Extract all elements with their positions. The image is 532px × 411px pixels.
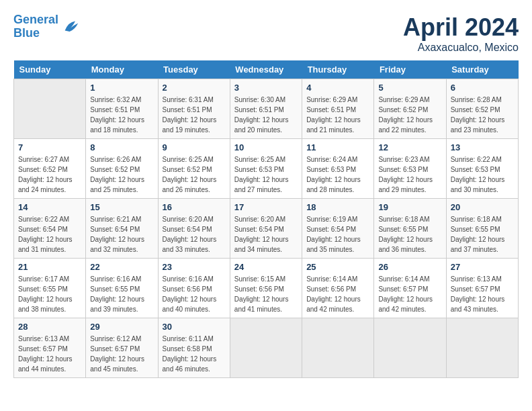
col-sunday: Sunday bbox=[14, 60, 86, 79]
table-cell: 14 Sunrise: 6:22 AM Sunset: 6:54 PM Dayl… bbox=[14, 199, 86, 259]
table-cell: 11 Sunrise: 6:24 AM Sunset: 6:53 PM Dayl… bbox=[302, 139, 374, 199]
logo-blue: Blue bbox=[13, 26, 40, 40]
day-info: Sunrise: 6:26 AM Sunset: 6:52 PM Dayligh… bbox=[90, 154, 153, 195]
sunrise: Sunrise: 6:16 AM bbox=[90, 275, 141, 283]
table-row: 14 Sunrise: 6:22 AM Sunset: 6:54 PM Dayl… bbox=[14, 199, 519, 259]
day-number: 24 bbox=[234, 262, 298, 272]
sunrise: Sunrise: 6:23 AM bbox=[378, 156, 429, 163]
daylight: Daylight: 12 hours and 20 minutes. bbox=[234, 116, 289, 134]
col-wednesday: Wednesday bbox=[230, 60, 302, 79]
daylight: Daylight: 12 hours and 32 minutes. bbox=[90, 236, 144, 253]
day-number: 12 bbox=[378, 142, 441, 152]
table-row: 21 Sunrise: 6:17 AM Sunset: 6:55 PM Dayl… bbox=[14, 259, 519, 318]
sunset: Sunset: 6:55 PM bbox=[90, 285, 140, 293]
sunrise: Sunrise: 6:29 AM bbox=[378, 96, 429, 103]
table-cell bbox=[14, 79, 86, 139]
sunset: Sunset: 6:55 PM bbox=[451, 226, 500, 233]
sunrise: Sunrise: 6:18 AM bbox=[451, 216, 502, 223]
day-info: Sunrise: 6:16 AM Sunset: 6:55 PM Dayligh… bbox=[90, 274, 153, 314]
table-cell: 23 Sunrise: 6:16 AM Sunset: 6:56 PM Dayl… bbox=[158, 259, 230, 318]
day-info: Sunrise: 6:22 AM Sunset: 6:53 PM Dayligh… bbox=[451, 154, 514, 195]
daylight: Daylight: 12 hours and 40 minutes. bbox=[163, 295, 217, 313]
table-cell bbox=[302, 318, 374, 378]
daylight: Daylight: 12 hours and 42 minutes. bbox=[378, 295, 433, 313]
sunrise: Sunrise: 6:14 AM bbox=[306, 275, 357, 283]
table-cell: 29 Sunrise: 6:12 AM Sunset: 6:57 PM Dayl… bbox=[86, 318, 158, 378]
day-number: 11 bbox=[306, 142, 369, 152]
daylight: Daylight: 12 hours and 26 minutes. bbox=[163, 176, 217, 193]
daylight: Daylight: 12 hours and 18 minutes. bbox=[90, 116, 144, 134]
sunrise: Sunrise: 6:25 AM bbox=[163, 156, 214, 163]
page-header: General Blue April 2024 Axaxacualco, Mex… bbox=[13, 13, 519, 54]
day-number: 29 bbox=[90, 322, 153, 332]
day-info: Sunrise: 6:27 AM Sunset: 6:52 PM Dayligh… bbox=[18, 154, 81, 195]
day-info: Sunrise: 6:29 AM Sunset: 6:52 PM Dayligh… bbox=[378, 95, 441, 135]
table-cell: 27 Sunrise: 6:13 AM Sunset: 6:57 PM Dayl… bbox=[446, 259, 518, 318]
daylight: Daylight: 12 hours and 25 minutes. bbox=[90, 176, 144, 193]
sunrise: Sunrise: 6:11 AM bbox=[163, 335, 214, 342]
day-info: Sunrise: 6:19 AM Sunset: 6:54 PM Dayligh… bbox=[306, 214, 369, 255]
daylight: Daylight: 12 hours and 28 minutes. bbox=[306, 176, 361, 193]
daylight: Daylight: 12 hours and 19 minutes. bbox=[163, 116, 217, 134]
day-number: 21 bbox=[18, 262, 81, 272]
sunset: Sunset: 6:52 PM bbox=[163, 166, 212, 173]
daylight: Daylight: 12 hours and 36 minutes. bbox=[378, 236, 433, 253]
sunset: Sunset: 6:57 PM bbox=[378, 285, 428, 293]
day-number: 19 bbox=[378, 202, 441, 212]
daylight: Daylight: 12 hours and 34 minutes. bbox=[234, 236, 289, 253]
day-info: Sunrise: 6:20 AM Sunset: 6:54 PM Dayligh… bbox=[163, 214, 226, 255]
sunrise: Sunrise: 6:30 AM bbox=[234, 96, 285, 103]
daylight: Daylight: 12 hours and 31 minutes. bbox=[18, 236, 73, 253]
sunset: Sunset: 6:54 PM bbox=[234, 226, 284, 233]
day-number: 2 bbox=[163, 83, 226, 93]
day-number: 18 bbox=[306, 202, 369, 212]
table-cell: 21 Sunrise: 6:17 AM Sunset: 6:55 PM Dayl… bbox=[14, 259, 86, 318]
daylight: Daylight: 12 hours and 21 minutes. bbox=[306, 116, 361, 134]
day-info: Sunrise: 6:18 AM Sunset: 6:55 PM Dayligh… bbox=[378, 214, 441, 255]
sunrise: Sunrise: 6:28 AM bbox=[451, 96, 502, 103]
logo-bird-icon bbox=[61, 17, 80, 36]
table-cell: 1 Sunrise: 6:32 AM Sunset: 6:51 PM Dayli… bbox=[86, 79, 158, 139]
day-number: 17 bbox=[234, 202, 298, 212]
day-number: 3 bbox=[234, 83, 298, 93]
sunset: Sunset: 6:52 PM bbox=[378, 106, 428, 113]
day-info: Sunrise: 6:25 AM Sunset: 6:53 PM Dayligh… bbox=[234, 154, 298, 195]
sunrise: Sunrise: 6:12 AM bbox=[90, 335, 141, 342]
sunset: Sunset: 6:51 PM bbox=[163, 106, 212, 113]
calendar-table: Sunday Monday Tuesday Wednesday Thursday… bbox=[13, 60, 519, 378]
daylight: Daylight: 12 hours and 43 minutes. bbox=[451, 295, 505, 313]
table-cell bbox=[374, 318, 446, 378]
day-number: 26 bbox=[378, 262, 441, 272]
table-cell: 5 Sunrise: 6:29 AM Sunset: 6:52 PM Dayli… bbox=[374, 79, 446, 139]
sunrise: Sunrise: 6:13 AM bbox=[18, 335, 69, 342]
day-number: 16 bbox=[163, 202, 226, 212]
day-info: Sunrise: 6:25 AM Sunset: 6:52 PM Dayligh… bbox=[163, 154, 226, 195]
table-cell: 9 Sunrise: 6:25 AM Sunset: 6:52 PM Dayli… bbox=[158, 139, 230, 199]
sunset: Sunset: 6:53 PM bbox=[378, 166, 428, 173]
day-number: 15 bbox=[90, 202, 153, 212]
sunset: Sunset: 6:57 PM bbox=[18, 345, 68, 353]
table-cell: 25 Sunrise: 6:14 AM Sunset: 6:56 PM Dayl… bbox=[302, 259, 374, 318]
day-number: 6 bbox=[451, 83, 514, 93]
table-cell: 20 Sunrise: 6:18 AM Sunset: 6:55 PM Dayl… bbox=[446, 199, 518, 259]
day-number: 25 bbox=[306, 262, 369, 272]
day-info: Sunrise: 6:13 AM Sunset: 6:57 PM Dayligh… bbox=[18, 334, 81, 374]
day-number: 14 bbox=[18, 202, 81, 212]
table-cell: 28 Sunrise: 6:13 AM Sunset: 6:57 PM Dayl… bbox=[14, 318, 86, 378]
col-monday: Monday bbox=[86, 60, 158, 79]
logo-text: General Blue bbox=[13, 13, 58, 40]
table-row: 28 Sunrise: 6:13 AM Sunset: 6:57 PM Dayl… bbox=[14, 318, 519, 378]
day-number: 13 bbox=[451, 142, 514, 152]
table-cell: 6 Sunrise: 6:28 AM Sunset: 6:52 PM Dayli… bbox=[446, 79, 518, 139]
title-block: April 2024 Axaxacualco, Mexico bbox=[403, 13, 519, 54]
table-cell: 30 Sunrise: 6:11 AM Sunset: 6:58 PM Dayl… bbox=[158, 318, 230, 378]
sunrise: Sunrise: 6:31 AM bbox=[163, 96, 214, 103]
daylight: Daylight: 12 hours and 23 minutes. bbox=[451, 116, 505, 134]
day-info: Sunrise: 6:18 AM Sunset: 6:55 PM Dayligh… bbox=[451, 214, 514, 255]
table-cell: 26 Sunrise: 6:14 AM Sunset: 6:57 PM Dayl… bbox=[374, 259, 446, 318]
col-saturday: Saturday bbox=[446, 60, 518, 79]
sunrise: Sunrise: 6:16 AM bbox=[163, 275, 214, 283]
table-cell: 2 Sunrise: 6:31 AM Sunset: 6:51 PM Dayli… bbox=[158, 79, 230, 139]
sunrise: Sunrise: 6:25 AM bbox=[234, 156, 285, 163]
daylight: Daylight: 12 hours and 35 minutes. bbox=[306, 236, 361, 253]
